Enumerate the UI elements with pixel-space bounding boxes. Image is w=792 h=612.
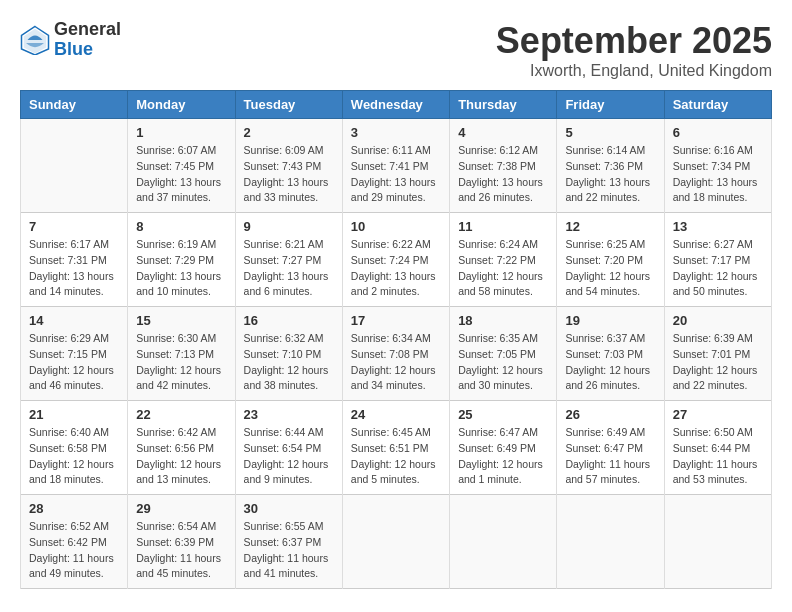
day-number: 1 <box>136 125 226 140</box>
calendar-cell: 17Sunrise: 6:34 AMSunset: 7:08 PMDayligh… <box>342 307 449 401</box>
day-header-tuesday: Tuesday <box>235 91 342 119</box>
location: Ixworth, England, United Kingdom <box>496 62 772 80</box>
calendar-cell: 12Sunrise: 6:25 AMSunset: 7:20 PMDayligh… <box>557 213 664 307</box>
calendar-cell: 18Sunrise: 6:35 AMSunset: 7:05 PMDayligh… <box>450 307 557 401</box>
calendar-cell <box>342 495 449 589</box>
calendar-cell: 13Sunrise: 6:27 AMSunset: 7:17 PMDayligh… <box>664 213 771 307</box>
day-number: 15 <box>136 313 226 328</box>
day-number: 26 <box>565 407 655 422</box>
day-number: 13 <box>673 219 763 234</box>
calendar-cell: 3Sunrise: 6:11 AMSunset: 7:41 PMDaylight… <box>342 119 449 213</box>
calendar-cell <box>21 119 128 213</box>
page-header: General Blue September 2025 Ixworth, Eng… <box>20 20 772 80</box>
calendar-cell: 29Sunrise: 6:54 AMSunset: 6:39 PMDayligh… <box>128 495 235 589</box>
day-header-saturday: Saturday <box>664 91 771 119</box>
calendar-cell: 20Sunrise: 6:39 AMSunset: 7:01 PMDayligh… <box>664 307 771 401</box>
day-number: 4 <box>458 125 548 140</box>
day-number: 6 <box>673 125 763 140</box>
day-number: 5 <box>565 125 655 140</box>
day-number: 8 <box>136 219 226 234</box>
calendar-cell: 21Sunrise: 6:40 AMSunset: 6:58 PMDayligh… <box>21 401 128 495</box>
calendar-cell: 4Sunrise: 6:12 AMSunset: 7:38 PMDaylight… <box>450 119 557 213</box>
day-header-monday: Monday <box>128 91 235 119</box>
month-title: September 2025 <box>496 20 772 62</box>
calendar-table: SundayMondayTuesdayWednesdayThursdayFrid… <box>20 90 772 589</box>
day-info: Sunrise: 6:44 AMSunset: 6:54 PMDaylight:… <box>244 425 334 488</box>
calendar-cell: 8Sunrise: 6:19 AMSunset: 7:29 PMDaylight… <box>128 213 235 307</box>
calendar-cell: 7Sunrise: 6:17 AMSunset: 7:31 PMDaylight… <box>21 213 128 307</box>
week-row-3: 14Sunrise: 6:29 AMSunset: 7:15 PMDayligh… <box>21 307 772 401</box>
day-info: Sunrise: 6:55 AMSunset: 6:37 PMDaylight:… <box>244 519 334 582</box>
day-info: Sunrise: 6:21 AMSunset: 7:27 PMDaylight:… <box>244 237 334 300</box>
day-info: Sunrise: 6:47 AMSunset: 6:49 PMDaylight:… <box>458 425 548 488</box>
logo-general: General <box>54 20 121 40</box>
day-info: Sunrise: 6:50 AMSunset: 6:44 PMDaylight:… <box>673 425 763 488</box>
calendar-cell: 1Sunrise: 6:07 AMSunset: 7:45 PMDaylight… <box>128 119 235 213</box>
day-number: 29 <box>136 501 226 516</box>
logo-blue: Blue <box>54 40 121 60</box>
day-number: 27 <box>673 407 763 422</box>
calendar-cell: 28Sunrise: 6:52 AMSunset: 6:42 PMDayligh… <box>21 495 128 589</box>
day-info: Sunrise: 6:35 AMSunset: 7:05 PMDaylight:… <box>458 331 548 394</box>
day-info: Sunrise: 6:29 AMSunset: 7:15 PMDaylight:… <box>29 331 119 394</box>
day-number: 25 <box>458 407 548 422</box>
week-row-1: 1Sunrise: 6:07 AMSunset: 7:45 PMDaylight… <box>21 119 772 213</box>
calendar-cell: 25Sunrise: 6:47 AMSunset: 6:49 PMDayligh… <box>450 401 557 495</box>
day-number: 22 <box>136 407 226 422</box>
day-info: Sunrise: 6:39 AMSunset: 7:01 PMDaylight:… <box>673 331 763 394</box>
day-info: Sunrise: 6:34 AMSunset: 7:08 PMDaylight:… <box>351 331 441 394</box>
day-number: 19 <box>565 313 655 328</box>
calendar-cell: 19Sunrise: 6:37 AMSunset: 7:03 PMDayligh… <box>557 307 664 401</box>
day-info: Sunrise: 6:49 AMSunset: 6:47 PMDaylight:… <box>565 425 655 488</box>
week-row-4: 21Sunrise: 6:40 AMSunset: 6:58 PMDayligh… <box>21 401 772 495</box>
day-info: Sunrise: 6:19 AMSunset: 7:29 PMDaylight:… <box>136 237 226 300</box>
day-number: 24 <box>351 407 441 422</box>
day-info: Sunrise: 6:11 AMSunset: 7:41 PMDaylight:… <box>351 143 441 206</box>
calendar-cell: 14Sunrise: 6:29 AMSunset: 7:15 PMDayligh… <box>21 307 128 401</box>
day-number: 21 <box>29 407 119 422</box>
calendar-cell: 27Sunrise: 6:50 AMSunset: 6:44 PMDayligh… <box>664 401 771 495</box>
calendar-cell <box>450 495 557 589</box>
day-info: Sunrise: 6:45 AMSunset: 6:51 PMDaylight:… <box>351 425 441 488</box>
day-number: 2 <box>244 125 334 140</box>
day-number: 23 <box>244 407 334 422</box>
day-info: Sunrise: 6:17 AMSunset: 7:31 PMDaylight:… <box>29 237 119 300</box>
day-info: Sunrise: 6:07 AMSunset: 7:45 PMDaylight:… <box>136 143 226 206</box>
calendar-cell: 22Sunrise: 6:42 AMSunset: 6:56 PMDayligh… <box>128 401 235 495</box>
day-number: 18 <box>458 313 548 328</box>
day-number: 28 <box>29 501 119 516</box>
week-row-5: 28Sunrise: 6:52 AMSunset: 6:42 PMDayligh… <box>21 495 772 589</box>
calendar-cell: 2Sunrise: 6:09 AMSunset: 7:43 PMDaylight… <box>235 119 342 213</box>
day-number: 10 <box>351 219 441 234</box>
header-row: SundayMondayTuesdayWednesdayThursdayFrid… <box>21 91 772 119</box>
day-number: 20 <box>673 313 763 328</box>
day-info: Sunrise: 6:54 AMSunset: 6:39 PMDaylight:… <box>136 519 226 582</box>
day-number: 14 <box>29 313 119 328</box>
day-info: Sunrise: 6:40 AMSunset: 6:58 PMDaylight:… <box>29 425 119 488</box>
day-info: Sunrise: 6:37 AMSunset: 7:03 PMDaylight:… <box>565 331 655 394</box>
day-number: 11 <box>458 219 548 234</box>
day-header-thursday: Thursday <box>450 91 557 119</box>
day-info: Sunrise: 6:24 AMSunset: 7:22 PMDaylight:… <box>458 237 548 300</box>
logo-text: General Blue <box>54 20 121 60</box>
day-header-wednesday: Wednesday <box>342 91 449 119</box>
calendar-cell <box>557 495 664 589</box>
day-number: 17 <box>351 313 441 328</box>
logo-icon <box>20 25 50 55</box>
logo: General Blue <box>20 20 121 60</box>
week-row-2: 7Sunrise: 6:17 AMSunset: 7:31 PMDaylight… <box>21 213 772 307</box>
day-info: Sunrise: 6:09 AMSunset: 7:43 PMDaylight:… <box>244 143 334 206</box>
day-info: Sunrise: 6:22 AMSunset: 7:24 PMDaylight:… <box>351 237 441 300</box>
day-info: Sunrise: 6:25 AMSunset: 7:20 PMDaylight:… <box>565 237 655 300</box>
calendar-cell: 15Sunrise: 6:30 AMSunset: 7:13 PMDayligh… <box>128 307 235 401</box>
calendar-cell: 23Sunrise: 6:44 AMSunset: 6:54 PMDayligh… <box>235 401 342 495</box>
day-info: Sunrise: 6:27 AMSunset: 7:17 PMDaylight:… <box>673 237 763 300</box>
day-info: Sunrise: 6:42 AMSunset: 6:56 PMDaylight:… <box>136 425 226 488</box>
day-number: 9 <box>244 219 334 234</box>
day-header-sunday: Sunday <box>21 91 128 119</box>
day-info: Sunrise: 6:52 AMSunset: 6:42 PMDaylight:… <box>29 519 119 582</box>
calendar-cell: 10Sunrise: 6:22 AMSunset: 7:24 PMDayligh… <box>342 213 449 307</box>
calendar-cell: 30Sunrise: 6:55 AMSunset: 6:37 PMDayligh… <box>235 495 342 589</box>
day-info: Sunrise: 6:12 AMSunset: 7:38 PMDaylight:… <box>458 143 548 206</box>
day-number: 7 <box>29 219 119 234</box>
